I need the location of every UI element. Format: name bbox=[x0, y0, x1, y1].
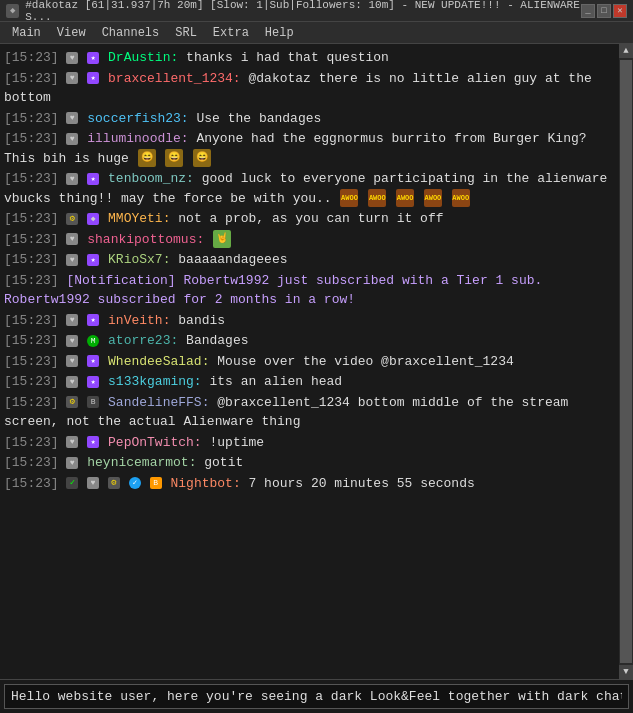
badge-sub-icon: ★ bbox=[87, 72, 99, 84]
username: heynicemarmot: bbox=[87, 455, 196, 470]
username: SandelineFFS: bbox=[108, 395, 209, 410]
username: KRioSx7: bbox=[108, 252, 170, 267]
menu-main[interactable]: Main bbox=[4, 24, 49, 42]
badge-heart-icon: ♥ bbox=[66, 254, 78, 266]
menu-help[interactable]: Help bbox=[257, 24, 302, 42]
menu-extra[interactable]: Extra bbox=[205, 24, 257, 42]
list-item: [15:23] ♥ ★ tenboom_nz: good luck to eve… bbox=[4, 169, 615, 208]
badge-heart-icon: ♥ bbox=[66, 436, 78, 448]
scroll-thumb[interactable] bbox=[620, 60, 632, 663]
username: illuminoodle: bbox=[87, 131, 188, 146]
badge-sub-icon: ★ bbox=[87, 355, 99, 367]
chat-input[interactable] bbox=[4, 684, 629, 709]
badge-star-icon: ⚙ bbox=[66, 213, 78, 225]
chat-container: [15:23] ♥ ★ DrAustin: thanks i had that … bbox=[0, 44, 633, 679]
username: tenboom_nz: bbox=[108, 171, 194, 186]
badge-heart2-icon: ♥ bbox=[87, 477, 99, 489]
menu-channels[interactable]: Channels bbox=[94, 24, 168, 42]
chat-text: bandis bbox=[178, 313, 225, 328]
titlebar-controls[interactable]: _ □ ✕ bbox=[581, 4, 627, 18]
emote-face2-icon: 😄 bbox=[165, 149, 183, 167]
maximize-button[interactable]: □ bbox=[597, 4, 611, 18]
username: braxcellent_1234: bbox=[108, 71, 241, 86]
username: soccerfish23: bbox=[87, 111, 188, 126]
timestamp: [15:23] bbox=[4, 455, 59, 470]
badge-heart-icon: ♥ bbox=[66, 376, 78, 388]
badge-heart-icon: ♥ bbox=[66, 314, 78, 326]
chat-text: Use the bandages bbox=[196, 111, 321, 126]
emote-awoo3-icon: AWOO bbox=[396, 189, 414, 207]
list-item: [15:23] ♥ ★ inVeith: bandis bbox=[4, 311, 615, 331]
badge-bot-icon: B bbox=[87, 396, 99, 408]
chat-text: Mouse over the video @braxcellent_1234 bbox=[217, 354, 513, 369]
timestamp: [15:23] bbox=[4, 395, 59, 410]
username: DrAustin: bbox=[108, 50, 178, 65]
badge-heart-icon: ♥ bbox=[66, 457, 78, 469]
list-item: [15:23] [Notification] Robertw1992 just … bbox=[4, 271, 615, 310]
list-item: [15:23] ♥ ★ s133kgaming: its an alien he… bbox=[4, 372, 615, 392]
badge-star-icon: ⚙ bbox=[66, 396, 78, 408]
username: WhendeeSalad: bbox=[108, 354, 209, 369]
badge-check-icon: ✓ bbox=[66, 477, 78, 489]
username: shankipottomus: bbox=[87, 232, 204, 247]
timestamp: [15:23] bbox=[4, 71, 59, 86]
list-item: [15:23] ♥ shankipottomus: 🤘 bbox=[4, 230, 615, 250]
timestamp: [15:23] bbox=[4, 374, 59, 389]
chat-messages[interactable]: [15:23] ♥ ★ DrAustin: thanks i had that … bbox=[0, 44, 619, 679]
list-item: [15:23] ♥ ★ WhendeeSalad: Mouse over the… bbox=[4, 352, 615, 372]
timestamp: [15:23] bbox=[4, 232, 59, 247]
badge-sub-icon: ★ bbox=[87, 376, 99, 388]
badge-diamond-icon: ◆ bbox=[87, 213, 99, 225]
list-item: [15:23] ⚙ B SandelineFFS: @braxcellent_1… bbox=[4, 393, 615, 432]
scrollbar[interactable]: ▲ ▼ bbox=[619, 44, 633, 679]
timestamp: [15:23] bbox=[4, 211, 59, 226]
list-item: [15:23] ⚙ ◆ MMOYeti: not a prob, as you … bbox=[4, 209, 615, 229]
badge-heart-icon: ♥ bbox=[66, 233, 78, 245]
notification-text: [Notification] Robertw1992 just subscrib… bbox=[4, 273, 542, 308]
badge-bits-icon: B bbox=[150, 477, 162, 489]
emote-face1-icon: 😄 bbox=[138, 149, 156, 167]
badge-heart-icon: ♥ bbox=[66, 355, 78, 367]
list-item: [15:23] ♥ soccerfish23: Use the bandages bbox=[4, 109, 615, 129]
timestamp: [15:23] bbox=[4, 435, 59, 450]
timestamp: [15:23] bbox=[4, 252, 59, 267]
timestamp: [15:23] bbox=[4, 111, 59, 126]
menu-srl[interactable]: SRL bbox=[167, 24, 205, 42]
input-area bbox=[0, 679, 633, 713]
username: MMOYeti: bbox=[108, 211, 170, 226]
chat-text: gotit bbox=[204, 455, 243, 470]
emote-awoo1-icon: AWOO bbox=[340, 189, 358, 207]
badge-sub-icon: ★ bbox=[87, 173, 99, 185]
emote-awoo5-icon: AWOO bbox=[452, 189, 470, 207]
badge-sub-icon: ★ bbox=[87, 314, 99, 326]
list-item: [15:23] ♥ heynicemarmot: gotit bbox=[4, 453, 615, 473]
chat-text: its an alien head bbox=[209, 374, 342, 389]
badge-sub-icon: ★ bbox=[87, 52, 99, 64]
badge-heart-icon: ♥ bbox=[66, 173, 78, 185]
list-item: [15:23] ♥ ★ DrAustin: thanks i had that … bbox=[4, 48, 615, 68]
menubar: Main View Channels SRL Extra Help bbox=[0, 22, 633, 44]
username: s133kgaming: bbox=[108, 374, 202, 389]
badge-mod-icon: M bbox=[87, 335, 99, 347]
emote-face3-icon: 😄 bbox=[193, 149, 211, 167]
menu-view[interactable]: View bbox=[49, 24, 94, 42]
scroll-up-button[interactable]: ▲ bbox=[619, 44, 633, 58]
close-button[interactable]: ✕ bbox=[613, 4, 627, 18]
scroll-down-button[interactable]: ▼ bbox=[619, 665, 633, 679]
chat-text: baaaaandageees bbox=[178, 252, 287, 267]
timestamp: [15:23] bbox=[4, 476, 59, 491]
timestamp: [15:23] bbox=[4, 131, 59, 146]
timestamp: [15:23] bbox=[4, 273, 59, 288]
chat-text: not a prob, as you can turn it off bbox=[178, 211, 443, 226]
emote-wave-icon: 🤘 bbox=[213, 230, 231, 248]
badge-sub-icon: ★ bbox=[87, 254, 99, 266]
timestamp: [15:23] bbox=[4, 354, 59, 369]
username: inVeith: bbox=[108, 313, 170, 328]
chat-text: !uptime bbox=[209, 435, 264, 450]
username: PepOnTwitch: bbox=[108, 435, 202, 450]
minimize-button[interactable]: _ bbox=[581, 4, 595, 18]
timestamp: [15:23] bbox=[4, 50, 59, 65]
list-item: [15:23] ♥ illuminoodle: Anyone had the e… bbox=[4, 129, 615, 168]
badge-heart-icon: ♥ bbox=[66, 112, 78, 124]
chat-text: Bandages bbox=[186, 333, 248, 348]
